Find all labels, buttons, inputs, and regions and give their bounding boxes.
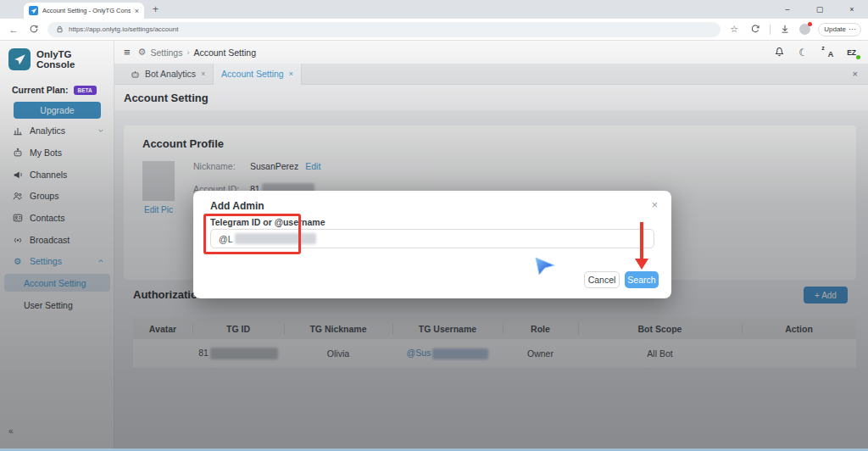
- browser-toolbar: ← https://app.onlytg.io/settings/account…: [0, 19, 868, 41]
- site-favicon-icon: [29, 6, 38, 15]
- browser-profile-avatar[interactable]: [799, 24, 810, 35]
- tab-close-icon[interactable]: ×: [135, 7, 139, 15]
- bookmark-star-icon[interactable]: ☆: [727, 24, 741, 35]
- annotation-arrow: [640, 222, 643, 259]
- browser-window: Account Setting - OnlyTG Console × + – ▢…: [0, 0, 868, 451]
- modal-close-icon[interactable]: ×: [651, 198, 658, 211]
- more-icon: ⋯: [849, 25, 855, 33]
- browser-tab[interactable]: Account Setting - OnlyTG Console ×: [24, 3, 144, 19]
- window-close-button[interactable]: ×: [836, 0, 868, 19]
- url-text: https://app.onlytg.io/settings/account: [69, 25, 178, 33]
- refresh-icon[interactable]: [27, 24, 41, 36]
- browser-extension-icon[interactable]: [748, 24, 762, 36]
- modal-title: Add Admin: [210, 200, 264, 212]
- app-viewport: OnlyTG Console Current Plan: BETA Upgrad…: [0, 41, 868, 451]
- browser-tabstrip: Account Setting - OnlyTG Console × + – ▢…: [0, 0, 868, 19]
- url-bar[interactable]: https://app.onlytg.io/settings/account: [47, 22, 721, 37]
- browser-tab-title: Account Setting - OnlyTG Console: [42, 7, 131, 14]
- annotation-arrow-head: [635, 259, 648, 270]
- lock-icon: [56, 25, 64, 34]
- notification-dot: [808, 22, 812, 26]
- download-icon[interactable]: [778, 24, 792, 36]
- search-button[interactable]: Search: [625, 271, 659, 288]
- maximize-button[interactable]: ▢: [804, 0, 836, 19]
- cancel-button[interactable]: Cancel: [584, 271, 620, 288]
- mouse-cursor-icon: [534, 254, 556, 278]
- minimize-button[interactable]: –: [771, 0, 804, 19]
- toolbar-divider: [770, 25, 771, 35]
- new-tab-button[interactable]: +: [153, 3, 159, 15]
- annotation-highlight-box: [203, 214, 301, 254]
- window-controls: – ▢ ×: [771, 0, 868, 19]
- toolbar-right: ☆ Update ⋯: [727, 23, 861, 36]
- browser-update-button[interactable]: Update ⋯: [818, 23, 861, 36]
- back-icon[interactable]: ←: [7, 25, 20, 35]
- update-label: Update: [824, 25, 846, 33]
